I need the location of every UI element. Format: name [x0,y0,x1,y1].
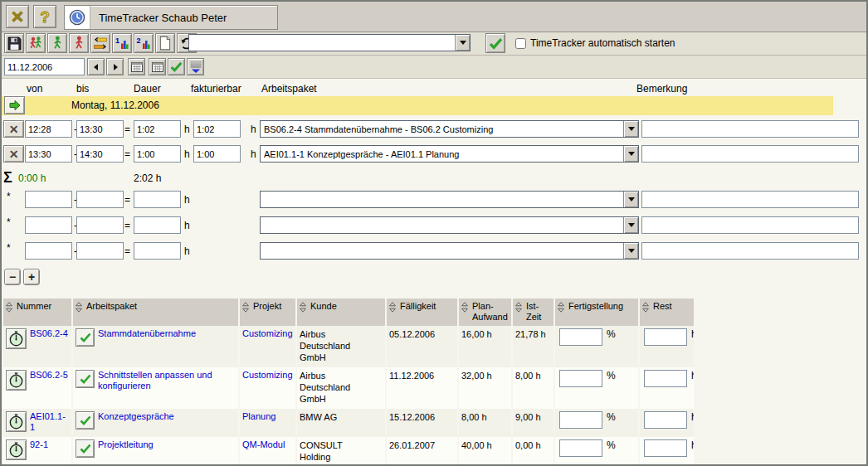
completion-input[interactable] [559,370,602,387]
calendar-button[interactable] [128,58,145,75]
fakturierbar-input[interactable] [193,145,241,163]
delete-entry-button[interactable]: ✕ [3,120,24,138]
dauer-input[interactable] [134,242,181,260]
workpackage-link[interactable]: Stammdatenübernahme [98,328,196,339]
start-day-button[interactable] [4,96,25,114]
report-1-button[interactable]: 1 [112,33,132,53]
workpackage-link[interactable]: Konzeptgespräche [98,411,174,422]
autostart-checkbox[interactable] [515,38,526,49]
new-document-button[interactable] [155,33,175,53]
dauer-input[interactable] [134,145,181,163]
bemerkung-input[interactable] [641,120,859,138]
workpackage-number-link[interactable]: AEI01.1-1 [30,411,69,433]
arbeitspaket-combobox[interactable] [260,216,639,234]
arbeitspaket-combobox[interactable] [260,191,639,208]
chevron-down-icon[interactable] [623,146,638,162]
bis-input[interactable] [76,242,124,260]
chevron-down-icon[interactable] [623,243,638,259]
confirm-button[interactable] [485,33,505,53]
bis-input[interactable] [76,216,124,234]
stop-tracking-button[interactable] [69,33,89,53]
sort-icon[interactable] [558,302,564,313]
track-workpackage-button[interactable] [6,370,27,391]
dauer-input[interactable] [134,191,181,208]
completion-input[interactable] [559,439,602,457]
von-input[interactable] [25,145,72,163]
transfer-button[interactable] [90,33,110,53]
bis-input[interactable] [76,191,124,208]
save-button[interactable] [4,33,24,53]
report-2-button[interactable]: 2 [134,33,154,53]
sort-icon[interactable] [515,302,522,313]
header-fertigstellung[interactable]: Fertigstellung [555,299,640,326]
arbeitspaket-combobox[interactable]: AEI01.1-1 Konzeptgespräche - AEI01.1 Pla… [260,145,639,163]
completion-input[interactable] [559,411,602,429]
workpackage-link[interactable]: Projektleitung [98,439,154,450]
rest-input[interactable] [644,370,687,387]
project-link[interactable]: Planung [242,411,276,421]
bemerkung-input[interactable] [641,216,859,234]
delete-entry-button[interactable]: ✕ [3,145,24,163]
von-input[interactable] [25,216,72,234]
header-faelligkeit[interactable]: Fälligkeit [387,299,459,326]
arbeitspaket-combobox[interactable] [260,242,639,260]
remove-row-button[interactable]: − [4,269,21,285]
arbeitspaket-combobox[interactable]: BS06.2-4 Stammdatenübernahme - BS06.2 Cu… [260,120,639,138]
sort-icon[interactable] [6,302,12,313]
sort-icon[interactable] [461,302,468,313]
header-plan-aufwand[interactable]: Plan-Aufwand [459,299,513,326]
workpackage-number-link[interactable]: BS06.2-4 [30,328,69,339]
header-kunde[interactable]: Kunde [297,299,387,326]
switch-person-button[interactable] [26,33,46,53]
track-workpackage-button[interactable] [6,411,27,432]
dauer-input[interactable] [134,216,181,234]
sort-icon[interactable] [76,302,82,313]
project-link[interactable]: Customizing [242,328,293,338]
collapse-panel-button[interactable] [187,58,204,75]
bis-input[interactable] [76,145,124,163]
start-tracking-button[interactable] [47,33,67,53]
track-workpackage-button[interactable] [6,439,27,460]
bemerkung-input[interactable] [641,242,859,260]
chevron-down-icon[interactable] [455,35,470,51]
von-input[interactable] [25,242,72,260]
workpackage-link[interactable]: Schnittstellen anpassen und konfiguriere… [98,370,236,391]
project-link[interactable]: QM-Modul [242,439,285,449]
complete-workpackage-button[interactable] [76,411,95,430]
chevron-down-icon[interactable] [623,217,638,233]
date-input[interactable] [4,58,85,75]
project-link[interactable]: Customizing [242,370,293,380]
quick-entry-combobox[interactable] [188,34,471,51]
completion-input[interactable] [559,328,602,346]
chevron-down-icon[interactable] [623,192,638,207]
von-input[interactable] [25,191,72,208]
complete-workpackage-button[interactable] [76,439,95,458]
header-nummer[interactable]: Nummer [3,299,73,326]
complete-workpackage-button[interactable] [76,328,95,347]
track-workpackage-button[interactable] [6,328,27,349]
add-row-button[interactable]: + [23,269,40,285]
previous-day-button[interactable] [87,58,105,75]
header-ist-zeit[interactable]: Ist-Zeit [513,299,555,326]
header-rest[interactable]: Rest [640,299,694,326]
fakturierbar-input[interactable] [193,120,241,138]
dauer-input[interactable] [134,120,181,138]
close-button[interactable]: ✕ [6,5,29,28]
sort-icon[interactable] [642,302,649,313]
rest-input[interactable] [644,439,687,457]
bemerkung-input[interactable] [641,191,859,208]
workpackage-number-link[interactable]: 92-1 [30,439,69,450]
sort-icon[interactable] [242,302,249,313]
help-button[interactable]: ? [33,5,56,28]
apply-date-button[interactable] [168,58,185,75]
complete-workpackage-button[interactable] [76,370,95,388]
workpackage-number-link[interactable]: BS06.2-5 [30,370,69,381]
bis-input[interactable] [76,120,124,138]
calendar-week-button[interactable] [149,58,166,75]
sort-icon[interactable] [300,302,306,313]
rest-input[interactable] [644,411,687,429]
von-input[interactable] [25,120,72,138]
rest-input[interactable] [644,328,687,346]
header-arbeitspaket[interactable]: Arbeitspaket [73,299,240,326]
chevron-down-icon[interactable] [623,121,638,137]
